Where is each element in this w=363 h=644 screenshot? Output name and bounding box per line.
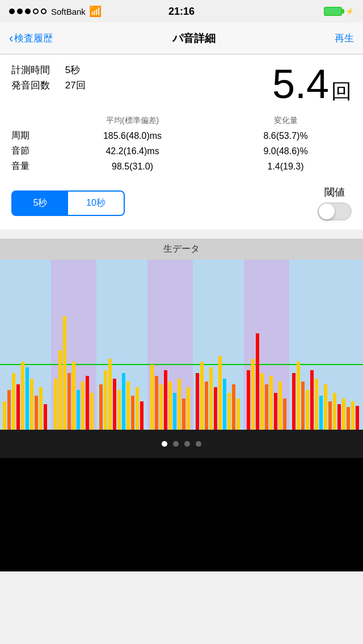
svg-rect-50 [214, 387, 217, 430]
svg-rect-33 [126, 382, 130, 430]
svg-rect-28 [104, 370, 107, 430]
svg-rect-78 [351, 401, 354, 430]
bottom-area [0, 458, 363, 571]
stats-section: 平均(標準偏差) 変化量 周期 185.6(48.0)ms 8.6(53.7)%… [11, 116, 352, 174]
chart-svg [0, 260, 363, 430]
back-label: 検査履歴 [14, 32, 53, 45]
chevron-left-icon: ‹ [9, 31, 13, 46]
svg-rect-65 [292, 373, 296, 430]
svg-rect-56 [247, 370, 250, 430]
page-dot-2 [173, 441, 179, 447]
measurement-label: 計測時間 [11, 63, 62, 77]
row-change-2: 1.4(19.3) [220, 159, 352, 174]
row-avg-1: 42.2(16.4)ms [45, 143, 220, 159]
count-label: 発音回数 [11, 79, 62, 92]
seg-10sec[interactable]: 10秒 [68, 192, 124, 215]
svg-rect-73 [328, 401, 332, 430]
big-score: 5.4 回 [272, 63, 352, 104]
page-dot-1 [162, 441, 167, 447]
svg-rect-79 [356, 406, 359, 430]
page-dot-4 [196, 441, 201, 447]
chart-area[interactable] [0, 260, 363, 430]
svg-rect-70 [315, 379, 318, 430]
wifi-icon: 📶 [89, 5, 102, 18]
col-avg-header: 平均(標準偏差) [45, 116, 220, 128]
lightning-icon: ⚡ [345, 7, 354, 15]
threshold-toggle[interactable] [318, 202, 352, 221]
seg-5sec[interactable]: 5秒 [12, 192, 68, 215]
svg-rect-53 [227, 393, 231, 430]
row-label-2: 音量 [11, 159, 45, 174]
svg-rect-45 [187, 387, 190, 430]
svg-rect-8 [3, 401, 6, 430]
nav-title: パ音詳細 [172, 31, 216, 46]
status-left: SoftBank 📶 [9, 5, 102, 18]
svg-rect-75 [337, 404, 341, 430]
col-empty [11, 116, 45, 128]
svg-rect-9 [7, 390, 11, 430]
svg-rect-69 [310, 370, 314, 430]
stats-table: 平均(標準偏差) 変化量 周期 185.6(48.0)ms 8.6(53.7)%… [11, 116, 352, 174]
svg-rect-52 [223, 379, 226, 430]
stats-row-1: 音節 42.2(16.4)ms 9.0(48.6)% [11, 143, 352, 159]
svg-rect-58 [256, 333, 259, 430]
status-right: ⚡ [324, 7, 354, 16]
svg-rect-29 [108, 359, 112, 430]
count-row: 発音回数 27回 [11, 79, 86, 92]
svg-rect-59 [260, 373, 264, 430]
svg-rect-16 [39, 387, 43, 430]
signal-dot-3 [25, 9, 31, 14]
row-change-0: 8.6(53.7)% [220, 128, 352, 143]
battery-icon [324, 7, 342, 16]
stats-row-0: 周期 185.6(48.0)ms 8.6(53.7)% [11, 128, 352, 143]
svg-rect-67 [301, 382, 305, 430]
count-value: 27回 [65, 80, 86, 91]
chart-header: 生データ [0, 239, 363, 260]
svg-rect-77 [347, 407, 350, 430]
svg-rect-55 [237, 399, 240, 430]
svg-rect-41 [168, 382, 172, 430]
measurement-value: 5秒 [65, 65, 80, 75]
status-time: 21:16 [168, 6, 195, 18]
svg-rect-63 [278, 382, 282, 430]
row-label-0: 周期 [11, 128, 45, 143]
svg-rect-32 [122, 373, 125, 430]
metrics-left: 計測時間 5秒 発音回数 27回 [11, 63, 86, 94]
svg-rect-43 [178, 379, 181, 430]
svg-rect-64 [283, 399, 286, 430]
signal-dot-5 [41, 9, 47, 14]
svg-rect-18 [54, 379, 57, 430]
row-label-1: 音節 [11, 143, 45, 159]
svg-rect-25 [86, 376, 89, 430]
svg-rect-22 [72, 362, 75, 430]
svg-rect-38 [155, 376, 158, 430]
svg-rect-36 [140, 401, 143, 430]
svg-rect-46 [196, 373, 199, 430]
svg-rect-62 [274, 393, 277, 430]
svg-rect-60 [265, 384, 268, 430]
svg-rect-34 [131, 396, 134, 430]
row-avg-0: 185.6(48.0)ms [45, 128, 220, 143]
svg-rect-37 [150, 365, 154, 430]
chart-section: 生データ [0, 239, 363, 430]
svg-rect-44 [182, 399, 185, 430]
segment-control[interactable]: 5秒 10秒 [11, 190, 125, 216]
status-bar: SoftBank 📶 21:16 ⚡ [0, 0, 363, 23]
svg-rect-68 [306, 390, 309, 430]
back-button[interactable]: ‹ 検査履歴 [9, 31, 53, 46]
svg-rect-21 [67, 373, 71, 430]
threshold-label: 閾値 [324, 185, 345, 199]
svg-rect-40 [164, 370, 167, 430]
svg-rect-61 [269, 376, 273, 430]
svg-rect-48 [205, 382, 208, 430]
content-area: 計測時間 5秒 発音回数 27回 5.4 回 平均(標準偏差) 変化量 [0, 54, 363, 230]
svg-rect-71 [319, 396, 323, 430]
svg-rect-66 [297, 362, 300, 430]
play-button[interactable]: 再生 [335, 32, 354, 45]
measurement-row: 計測時間 5秒 [11, 63, 86, 77]
svg-rect-49 [209, 367, 213, 430]
svg-rect-57 [251, 359, 255, 430]
big-unit: 回 [331, 81, 352, 101]
signal-dot-4 [33, 9, 39, 14]
svg-rect-76 [342, 399, 345, 430]
